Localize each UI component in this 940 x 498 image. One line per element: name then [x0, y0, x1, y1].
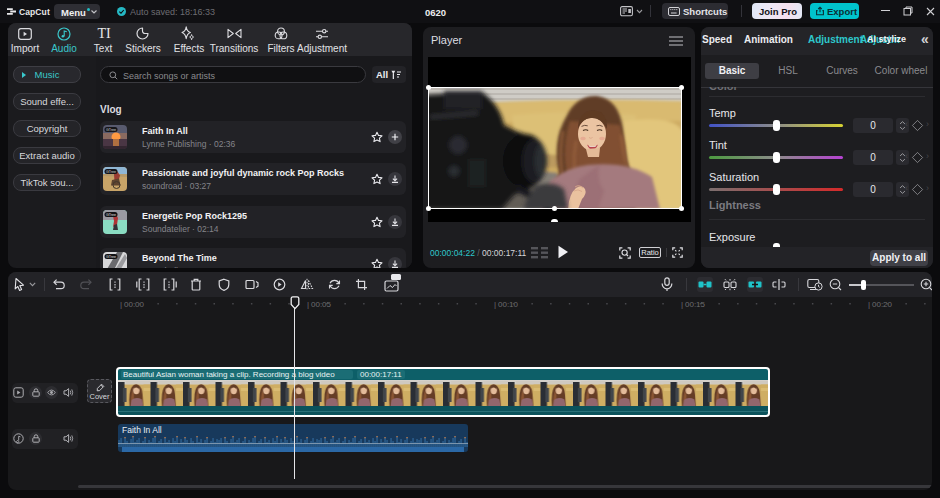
svg-text:|: |	[307, 300, 309, 309]
svg-text:00:10: 00:10	[498, 300, 519, 309]
svg-text:GTree: GTree	[106, 255, 116, 259]
svg-text:00:05: 00:05	[311, 300, 332, 309]
svg-text:|: |	[681, 300, 683, 309]
svg-text:GTree: GTree	[106, 128, 116, 132]
svg-text:GTree: GTree	[106, 170, 116, 174]
svg-text:|: |	[868, 300, 870, 309]
svg-text:00:15: 00:15	[685, 300, 706, 309]
svg-text:|: |	[120, 300, 122, 309]
svg-text:GTree: GTree	[106, 213, 116, 217]
svg-text:|: |	[494, 300, 496, 309]
svg-text:00:00: 00:00	[124, 300, 145, 309]
svg-text:00:20: 00:20	[872, 300, 893, 309]
